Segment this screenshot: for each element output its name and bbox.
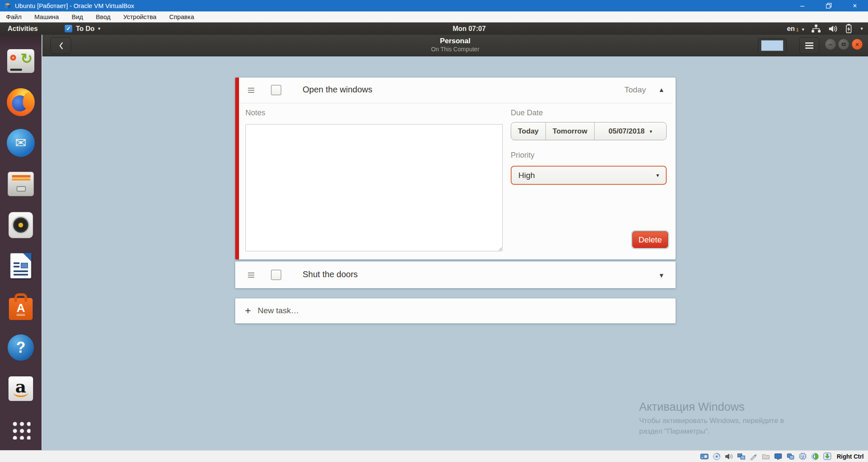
- libreoffice-writer-icon: [10, 253, 31, 278]
- app-close-button[interactable]: ×: [852, 39, 862, 50]
- watermark-line2: раздел "Параметры".: [639, 426, 784, 437]
- list-subtitle: On This Computer: [431, 46, 479, 53]
- priority-color-bar: [235, 78, 239, 259]
- due-date-button-group: Today Tomorrow 05/07/2018 ▾: [511, 122, 667, 140]
- vm-close-button[interactable]: ×: [842, 0, 868, 11]
- todo-content: Open the windows Today ▲ Notes Due Date …: [42, 56, 868, 450]
- rhythmbox-icon: [8, 212, 33, 238]
- amazon-icon: a: [8, 376, 33, 401]
- task-title: Open the windows: [303, 85, 373, 95]
- task-row[interactable]: Open the windows Today ▲: [235, 78, 676, 103]
- menu-devices[interactable]: Устройства: [123, 13, 156, 20]
- task-card-shut-the-doors: Shut the doors ▼: [235, 262, 676, 288]
- drag-handle-icon[interactable]: [248, 88, 254, 93]
- watermark-title: Активация Windows: [639, 401, 784, 414]
- back-button[interactable]: [50, 37, 71, 54]
- vm-minimize-button[interactable]: –: [789, 0, 815, 11]
- color-swatch: [761, 40, 783, 51]
- statusbar-keyboard-capture-icon[interactable]: [823, 452, 832, 461]
- chevron-down-icon: ▾: [98, 26, 100, 31]
- statusbar-optical-disc-icon[interactable]: [712, 452, 721, 461]
- statusbar-mouse-integration-icon[interactable]: [810, 452, 820, 461]
- statusbar-shared-folders-icon[interactable]: [761, 452, 771, 461]
- battery-charging-icon[interactable]: [845, 24, 852, 33]
- dock-libreoffice-writer[interactable]: [0, 245, 41, 287]
- system-menu-chevron-icon[interactable]: ▾: [860, 26, 863, 31]
- due-date-value: 05/07/2018: [609, 127, 645, 136]
- hamburger-menu-button[interactable]: [799, 37, 819, 54]
- dock-help[interactable]: ?: [0, 327, 41, 368]
- due-tomorrow-button[interactable]: Tomorrow: [546, 122, 595, 140]
- statusbar-usb-icon[interactable]: [749, 452, 758, 461]
- expand-arrow-icon[interactable]: ▼: [658, 272, 665, 279]
- maximize-icon: [842, 43, 846, 46]
- statusbar-audio-icon[interactable]: [724, 452, 734, 461]
- menu-help[interactable]: Справка: [169, 13, 194, 20]
- due-today-button[interactable]: Today: [511, 122, 546, 140]
- app-minimize-button[interactable]: –: [825, 39, 836, 50]
- hamburger-icon: [805, 42, 813, 44]
- statusbar-harddisk-icon[interactable]: [700, 452, 709, 461]
- layout-number: 1: [796, 28, 798, 32]
- windows-activation-watermark: Активация Windows Чтобы активировать Win…: [639, 401, 784, 437]
- chevron-down-icon: ▾: [802, 27, 804, 32]
- ubuntu-software-icon: A: [9, 298, 33, 320]
- header-title-block: Personal On This Computer: [431, 37, 479, 53]
- collapse-arrow-icon[interactable]: ▲: [658, 86, 665, 93]
- software-updater-icon: ↻: [7, 49, 34, 73]
- todo-app-icon: ✓: [64, 25, 72, 33]
- list-color-button[interactable]: [758, 38, 787, 53]
- ubuntu-dock: ↻ ✉: [0, 35, 42, 450]
- dock-thunderbird[interactable]: ✉: [0, 122, 41, 164]
- task-row[interactable]: Shut the doors ▼: [235, 262, 676, 287]
- delete-button[interactable]: Delete: [632, 231, 668, 248]
- menu-file[interactable]: Файл: [6, 13, 22, 20]
- vm-restore-button[interactable]: [815, 0, 842, 11]
- task-checkbox[interactable]: [271, 270, 281, 280]
- statusbar-network-icon[interactable]: [737, 452, 746, 461]
- priority-dropdown[interactable]: High ▾: [511, 166, 667, 185]
- vm-menubar: Файл Машина Вид Ввод Устройства Справка: [0, 11, 868, 22]
- virtualbox-window: Ubuntu [Работает] - Oracle VM VirtualBox…: [0, 0, 868, 462]
- app-grid-icon: [11, 420, 31, 440]
- notes-textarea[interactable]: [245, 124, 503, 251]
- dock-software-updater[interactable]: ↻: [0, 41, 41, 82]
- due-date-picker[interactable]: 05/07/2018 ▾: [595, 122, 666, 140]
- vm-window-title: Ubuntu [Работает] - Oracle VM VirtualBox: [15, 2, 134, 9]
- restore-icon: [826, 3, 832, 8]
- dock-files[interactable]: [0, 164, 41, 205]
- network-icon[interactable]: [811, 24, 821, 33]
- app-menu-todo[interactable]: ✓ To Do ▾: [64, 22, 100, 35]
- layout-code: en: [787, 25, 795, 33]
- app-menu-label: To Do: [76, 25, 95, 33]
- statusbar-recording-icon[interactable]: [786, 452, 795, 461]
- app-maximize-button[interactable]: [838, 39, 849, 50]
- keyboard-layout-indicator[interactable]: en 1 ▾: [787, 25, 804, 33]
- svg-text:U: U: [801, 454, 804, 459]
- new-task-row[interactable]: + New task…: [235, 298, 676, 323]
- dock-firefox[interactable]: [0, 82, 41, 123]
- statusbar-virtualization-chip-icon[interactable]: U: [798, 452, 807, 461]
- vm-statusbar: U Right Ctrl: [0, 450, 868, 462]
- list-title: Personal: [431, 37, 479, 45]
- todo-headerbar: Personal On This Computer – ×: [42, 35, 868, 56]
- priority-value: High: [518, 171, 535, 180]
- due-date-badge: Today: [624, 85, 646, 95]
- dock-rhythmbox[interactable]: [0, 204, 41, 245]
- gnome-topbar: Activities ✓ To Do ▾ Mon 07:07 en 1 ▾: [0, 22, 868, 35]
- task-title: Shut the doors: [303, 270, 358, 279]
- menu-view[interactable]: Вид: [72, 13, 83, 20]
- statusbar-display-icon[interactable]: [773, 452, 783, 461]
- menu-machine[interactable]: Машина: [34, 13, 59, 20]
- dock-show-applications[interactable]: [0, 409, 41, 450]
- divider: [239, 103, 673, 103]
- volume-icon[interactable]: [828, 25, 838, 33]
- clock[interactable]: Mon 07:07: [435, 22, 503, 35]
- task-checkbox[interactable]: [271, 85, 281, 95]
- dock-amazon[interactable]: a: [0, 368, 41, 409]
- chevron-down-icon: ▾: [656, 172, 659, 178]
- drag-handle-icon[interactable]: [248, 273, 254, 278]
- activities-button[interactable]: Activities: [8, 22, 38, 35]
- dock-ubuntu-software[interactable]: A: [0, 287, 41, 328]
- menu-input[interactable]: Ввод: [96, 13, 111, 20]
